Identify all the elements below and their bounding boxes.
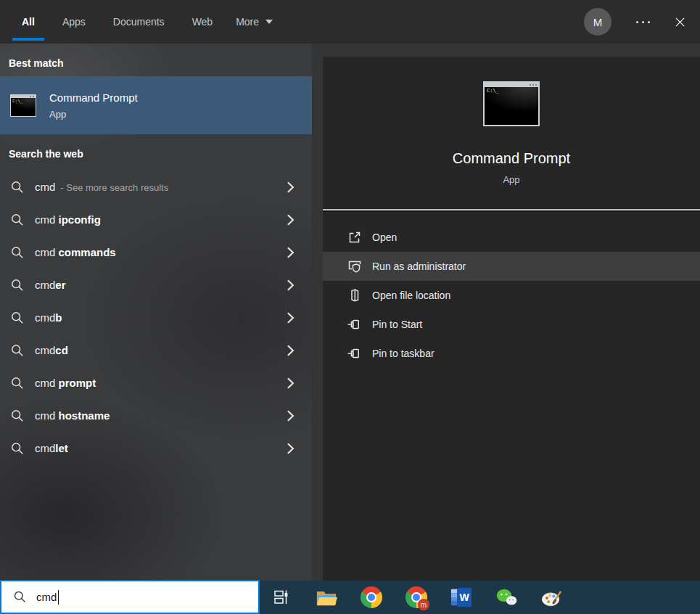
search-suggestion-row[interactable]: cmd hostname	[0, 399, 312, 432]
app-title: Command Prompt	[453, 150, 570, 167]
m-badge: m	[418, 599, 429, 610]
suggestion-text: cmdb	[35, 311, 62, 324]
taskbar: m W	[0, 581, 700, 614]
preview-panel: C:\_ Command Prompt App Open Run as admi…	[312, 44, 700, 581]
divider	[323, 209, 700, 210]
tab-label: Apps	[62, 16, 86, 28]
suggestion-text: cmdlet	[35, 442, 68, 454]
windows-search-panel: All Apps Documents Web More M Best match…	[0, 0, 700, 614]
chevron-down-icon	[265, 20, 273, 24]
more-options-icon[interactable]	[630, 14, 656, 30]
tab-label: All	[22, 16, 35, 28]
best-match-subtitle: App	[49, 109, 138, 120]
tab-apps[interactable]: Apps	[62, 0, 86, 44]
search-icon	[13, 590, 27, 604]
tab-web[interactable]: Web	[192, 0, 213, 44]
search-filter-bar: All Apps Documents Web More M	[0, 0, 700, 44]
tab-all[interactable]: All	[22, 0, 35, 44]
search-icon	[10, 409, 25, 423]
search-icon	[10, 311, 25, 325]
paint3d-icon[interactable]	[540, 586, 562, 608]
search-icon	[10, 376, 25, 390]
pin-to-taskbar-action[interactable]: Pin to taskbar	[323, 339, 700, 368]
chrome-profile-icon[interactable]: m	[405, 586, 427, 608]
app-preview-card: C:\_ Command Prompt App Open Run as admi…	[323, 57, 700, 581]
search-icon	[10, 278, 25, 292]
best-match-title: Command Prompt	[49, 91, 138, 104]
tab-label: Documents	[113, 16, 165, 28]
chevron-right-icon[interactable]	[287, 279, 295, 292]
tab-label: Web	[192, 16, 213, 28]
chevron-right-icon[interactable]	[287, 311, 295, 324]
chevron-right-icon[interactable]	[287, 377, 295, 390]
command-prompt-icon-large: C:\_	[483, 81, 540, 126]
chrome-icon[interactable]	[361, 586, 382, 608]
search-suggestion-row[interactable]: cmder	[0, 269, 312, 301]
search-suggestion-row[interactable]: cmd prompt	[0, 367, 312, 399]
suggestion-text: cmder	[35, 279, 66, 291]
suggestion-text: cmd hostname	[35, 409, 110, 422]
suggestion-text: cmd ipconfig	[35, 213, 101, 226]
search-icon	[10, 245, 25, 260]
suggestion-text: cmd- See more search results	[35, 181, 168, 193]
chevron-right-icon[interactable]	[287, 213, 295, 226]
tab-more[interactable]: More	[236, 0, 273, 44]
suggestion-text: cmdcd	[35, 344, 68, 356]
best-match-result[interactable]: C:\_ Command Prompt App	[0, 76, 312, 134]
file-explorer-icon[interactable]	[316, 586, 337, 608]
folder-icon	[347, 287, 363, 303]
search-results-panel: Best match C:\_ Command Prompt App Searc…	[0, 44, 312, 581]
search-query-text: cmd	[36, 591, 57, 603]
action-label: Pin to Start	[372, 319, 422, 330]
topbar-controls: M	[584, 0, 693, 44]
word-icon[interactable]: W	[450, 586, 472, 608]
search-icon	[10, 343, 25, 358]
open-icon	[347, 229, 363, 245]
search-icon	[10, 213, 25, 227]
chevron-right-icon[interactable]	[287, 409, 295, 422]
action-label: Open	[372, 232, 397, 243]
avatar[interactable]: M	[584, 8, 612, 36]
suggestion-text: cmd commands	[35, 246, 116, 258]
task-view-icon[interactable]	[271, 586, 292, 608]
chevron-right-icon[interactable]	[287, 442, 295, 455]
search-input[interactable]: cmd	[0, 580, 260, 614]
app-subtitle: App	[503, 174, 519, 185]
pin-icon	[347, 316, 363, 332]
search-suggestion-row[interactable]: cmdb	[0, 301, 312, 334]
open-file-location-action[interactable]: Open file location	[323, 281, 700, 310]
action-label: Open file location	[372, 290, 450, 301]
context-actions-list: Open Run as administrator Open file loca…	[323, 223, 700, 368]
suggestion-text: cmd prompt	[35, 377, 96, 389]
search-icon	[10, 441, 25, 456]
chevron-right-icon[interactable]	[287, 344, 295, 357]
filter-tabs: All Apps Documents Web	[22, 0, 240, 44]
tab-documents[interactable]: Documents	[113, 0, 165, 44]
search-suggestion-row[interactable]: cmd- See more search results	[0, 171, 312, 203]
svg-text:W: W	[460, 592, 470, 603]
open-action[interactable]: Open	[323, 223, 700, 252]
search-suggestion-row[interactable]: cmd commands	[0, 236, 312, 269]
text-caret	[58, 590, 59, 605]
search-suggestion-row[interactable]: cmdcd	[0, 334, 312, 367]
search-the-web-header: Search the web	[9, 147, 312, 161]
run-as-admin-shield-icon	[347, 258, 363, 274]
command-prompt-icon: C:\_	[10, 94, 36, 117]
pin-icon	[347, 345, 363, 361]
search-suggestion-row[interactable]: cmd ipconfig	[0, 203, 312, 236]
chevron-right-icon[interactable]	[287, 246, 295, 259]
wechat-icon[interactable]	[495, 586, 517, 608]
tab-label: More	[236, 16, 259, 28]
search-suggestion-row[interactable]: cmdlet	[0, 432, 312, 464]
action-label: Pin to taskbar	[372, 348, 435, 359]
web-suggestions-list: cmd- See more search results cmd ipconfi…	[0, 171, 312, 464]
run-as-administrator-action[interactable]: Run as administrator	[323, 252, 700, 281]
search-icon	[10, 180, 25, 195]
action-label: Run as administrator	[372, 261, 466, 272]
chevron-right-icon[interactable]	[287, 181, 295, 194]
best-match-header: Best match	[9, 56, 312, 70]
pin-to-start-action[interactable]: Pin to Start	[323, 310, 700, 339]
close-icon[interactable]	[667, 11, 693, 33]
